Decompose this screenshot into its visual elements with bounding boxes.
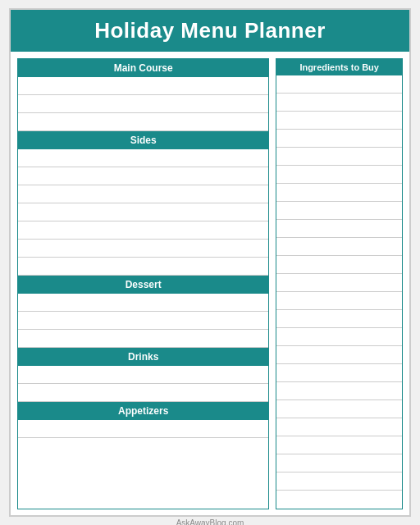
right-input-row[interactable]: [276, 75, 402, 94]
right-column: Ingredients to Buy: [276, 58, 403, 509]
left-input-row[interactable]: [18, 294, 268, 312]
right-input-row[interactable]: [276, 292, 402, 310]
right-input-row[interactable]: [276, 491, 402, 509]
right-input-row[interactable]: [276, 220, 402, 238]
left-input-row[interactable]: [18, 77, 268, 95]
section-header-drinks: Drinks: [18, 348, 268, 366]
right-input-row[interactable]: [276, 112, 402, 130]
left-input-row[interactable]: [18, 167, 268, 185]
right-input-row[interactable]: [276, 382, 402, 400]
section-header-dessert: Dessert: [18, 276, 268, 294]
footer-text: AskAwayBlog.com: [11, 516, 409, 525]
left-column: Main CourseSidesDessertDrinksAppetizers: [17, 58, 269, 509]
right-input-row[interactable]: [276, 94, 402, 112]
right-input-row[interactable]: [276, 400, 402, 418]
right-input-row[interactable]: [276, 346, 402, 364]
right-input-row[interactable]: [276, 418, 402, 436]
ingredients-header: Ingredients to Buy: [276, 59, 402, 75]
left-input-row[interactable]: [18, 221, 268, 240]
right-input-row[interactable]: [276, 238, 402, 256]
left-input-row[interactable]: [18, 330, 268, 348]
left-input-row[interactable]: [18, 185, 268, 203]
left-input-row[interactable]: [18, 258, 268, 276]
section-header-sides: Sides: [18, 131, 268, 149]
left-input-row[interactable]: [18, 312, 268, 330]
page: Holiday Menu Planner Main CourseSidesDes…: [9, 8, 411, 517]
right-input-row[interactable]: [276, 166, 402, 184]
right-input-row[interactable]: [276, 274, 402, 292]
right-input-row[interactable]: [276, 328, 402, 346]
left-input-row[interactable]: [18, 438, 268, 456]
right-input-row[interactable]: [276, 184, 402, 202]
left-input-row[interactable]: [18, 113, 268, 131]
right-input-row[interactable]: [276, 472, 402, 491]
section-header-main-course: Main Course: [18, 59, 268, 77]
page-title: Holiday Menu Planner: [11, 10, 409, 52]
right-input-row[interactable]: [276, 364, 402, 382]
right-input-row[interactable]: [276, 202, 402, 220]
right-input-row[interactable]: [276, 148, 402, 166]
section-header-appetizers: Appetizers: [18, 402, 268, 420]
right-input-row[interactable]: [276, 454, 402, 472]
right-input-row[interactable]: [276, 130, 402, 148]
content-area: Main CourseSidesDessertDrinksAppetizers …: [11, 52, 409, 516]
left-input-row[interactable]: [18, 384, 268, 402]
left-input-row[interactable]: [18, 203, 268, 221]
right-input-row[interactable]: [276, 256, 402, 274]
right-input-row[interactable]: [276, 436, 402, 454]
left-input-row[interactable]: [18, 366, 268, 384]
left-input-row[interactable]: [18, 240, 268, 258]
left-input-row[interactable]: [18, 149, 268, 167]
left-input-row[interactable]: [18, 95, 268, 113]
right-input-row[interactable]: [276, 310, 402, 328]
left-input-row[interactable]: [18, 420, 268, 438]
